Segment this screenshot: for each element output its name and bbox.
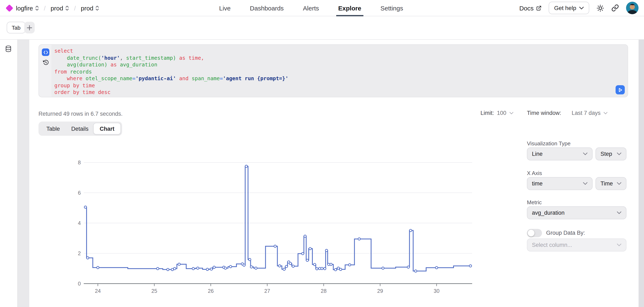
sun-icon	[596, 4, 604, 12]
format-code-button[interactable]	[42, 48, 49, 56]
svg-text:26: 26	[208, 288, 214, 294]
query-tab[interactable]: Tab	[7, 22, 26, 33]
get-help-label: Get help	[554, 4, 576, 11]
docs-link[interactable]: Docs	[520, 4, 542, 11]
nav-item-dashboards[interactable]: Dashboards	[250, 0, 284, 16]
breadcrumb-divider: /	[43, 4, 47, 11]
svg-text:29: 29	[377, 288, 383, 294]
time-window-label: Time window:	[527, 110, 561, 116]
svg-text:4: 4	[78, 220, 81, 226]
limit-dropdown[interactable]: Limit: 100	[480, 110, 514, 116]
metric-value: avg_duration	[532, 210, 617, 216]
logfire-logo-icon[interactable]	[6, 4, 14, 12]
get-help-button[interactable]: Get help	[549, 2, 589, 14]
svg-text:25: 25	[152, 288, 157, 294]
svg-text:28: 28	[321, 288, 326, 294]
run-query-button[interactable]	[616, 85, 625, 94]
limit-label: Limit:	[480, 110, 494, 116]
svg-text:6: 6	[78, 190, 81, 196]
main-nav: Live Dashboards Alerts Explore Settings	[219, 0, 403, 16]
code-brackets-icon	[43, 50, 48, 54]
svg-text:24: 24	[95, 288, 101, 294]
docs-label: Docs	[520, 4, 534, 11]
new-tab-button[interactable]	[24, 22, 35, 33]
sql-editor-panel: select date_trunc('hour', start_timestam…	[38, 44, 628, 97]
group-column-select[interactable]: Select column...	[527, 239, 626, 252]
visualization-type-select[interactable]: Line	[527, 147, 592, 160]
database-icon	[4, 45, 12, 53]
chevron-down-icon	[583, 152, 588, 155]
x-axis-column-value: time	[532, 180, 583, 187]
limit-value: 100	[497, 110, 506, 116]
chevron-down-icon	[617, 182, 622, 185]
tab-table[interactable]: Table	[40, 123, 66, 134]
query-history-button[interactable]	[42, 59, 49, 66]
svg-text:30: 30	[434, 288, 440, 294]
history-icon	[43, 59, 49, 66]
page-scrollbar[interactable]	[638, 40, 644, 307]
limit-chevron-icon	[509, 112, 514, 114]
metric-select[interactable]: avg_duration	[527, 206, 626, 219]
plus-icon	[27, 25, 32, 30]
nav-item-alerts[interactable]: Alerts	[303, 0, 319, 16]
breadcrumb-environment-label: prod	[81, 4, 93, 11]
group-data-label: Group Data By:	[546, 229, 585, 237]
sql-query-editor[interactable]: select date_trunc('hour', start_timestam…	[54, 48, 611, 96]
avatar-photo	[626, 2, 638, 14]
result-view-switcher: Table Details Chart	[38, 122, 122, 136]
metric-label: Metric	[527, 199, 542, 206]
time-window-value: Last 7 days	[572, 110, 600, 116]
time-window-dropdown[interactable]: Time window: Last 7 days	[527, 110, 608, 116]
svg-text:8: 8	[78, 160, 81, 165]
breadcrumb-environment[interactable]: prod	[81, 4, 99, 11]
user-avatar[interactable]	[626, 2, 638, 14]
breadcrumb-org-label: logfire	[16, 4, 33, 11]
x-axis-type-select[interactable]: Time	[596, 177, 626, 190]
chevron-down-icon	[583, 182, 588, 185]
breadcrumb-project-label: prod	[50, 4, 63, 11]
schema-browser-button[interactable]	[4, 45, 12, 54]
external-link-icon	[536, 5, 542, 11]
x-axis-column-select[interactable]: time	[527, 177, 592, 190]
top-nav: logfire / prod / prod Live Dashboards Al…	[0, 0, 644, 16]
chevron-down-icon	[617, 244, 622, 247]
time-window-chevron-icon	[604, 112, 608, 114]
nav-actions: Docs Get help	[520, 2, 644, 14]
play-icon	[618, 87, 622, 92]
breadcrumb-project[interactable]: prod	[50, 4, 69, 11]
x-axis-type-value: Time	[600, 180, 617, 187]
results-summary: Returned 49 rows in 6.7 seconds.	[38, 111, 122, 117]
theme-toggle-button[interactable]	[596, 4, 604, 12]
avg-duration-step-chart: 0246824252627282930	[77, 144, 478, 300]
svg-text:2: 2	[78, 250, 81, 256]
project-switcher-caret-icon	[65, 5, 69, 11]
breadcrumb: logfire / prod / prod	[0, 4, 99, 11]
query-tab-bar: Tab	[0, 16, 644, 40]
line-style-value: Step	[600, 151, 617, 157]
breadcrumb-divider: /	[73, 4, 77, 11]
toggle-knob	[528, 230, 534, 236]
app-window: logfire / prod / prod Live Dashboards Al…	[0, 0, 644, 307]
left-scrollbar[interactable]	[17, 40, 29, 307]
get-help-chevron-icon	[579, 6, 584, 9]
chevron-down-icon	[617, 152, 622, 155]
nav-item-live[interactable]: Live	[219, 0, 231, 16]
visualization-type-value: Line	[532, 151, 583, 157]
environment-switcher-caret-icon	[96, 5, 99, 11]
copy-link-button[interactable]	[612, 4, 619, 12]
nav-item-explore[interactable]: Explore	[338, 0, 361, 16]
explore-content: select date_trunc('hour', start_timestam…	[0, 40, 644, 307]
svg-text:0: 0	[78, 281, 81, 287]
svg-text:27: 27	[264, 288, 270, 294]
link-icon	[612, 4, 619, 12]
org-switcher-caret-icon	[35, 5, 39, 11]
visualization-type-label: Visualization Type	[527, 140, 570, 147]
group-data-toggle[interactable]	[527, 229, 542, 237]
line-style-select[interactable]: Step	[596, 147, 626, 160]
tab-chart[interactable]: Chart	[93, 123, 121, 134]
x-axis-label: X Axis	[527, 170, 542, 176]
chevron-down-icon	[617, 211, 622, 214]
breadcrumb-org[interactable]: logfire	[16, 4, 39, 11]
tab-details[interactable]: Details	[66, 123, 93, 134]
nav-item-settings[interactable]: Settings	[380, 0, 403, 16]
